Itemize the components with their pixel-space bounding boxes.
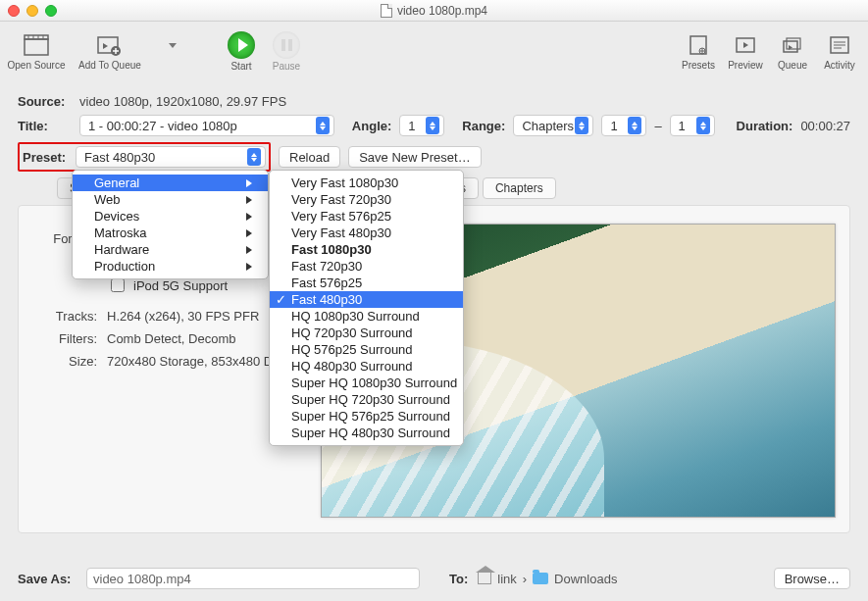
save-row: Save As: video 1080p.mp4 To: link › Down… [18, 568, 850, 589]
menu-item-label: HQ 480p30 Surround [291, 359, 413, 374]
preset-category-menu[interactable]: GeneralWebDevicesMatroskaHardwareProduct… [72, 170, 269, 279]
menu-item[interactable]: Very Fast 576p25 [270, 208, 463, 225]
submenu-arrow-icon [246, 196, 252, 204]
menu-item[interactable]: Very Fast 1080p30 [270, 175, 463, 191]
document-icon [381, 4, 392, 18]
window-titlebar: video 1080p.mp4 [0, 0, 868, 22]
menu-item[interactable]: Fast 720p30 [270, 258, 463, 275]
menu-item[interactable]: Very Fast 480p30 [270, 225, 463, 241]
menu-item-devices[interactable]: Devices [73, 208, 268, 225]
add-to-queue-button[interactable]: Add To Queue [69, 24, 151, 78]
menu-item-general[interactable]: General [73, 175, 268, 191]
menu-item-label: Very Fast 480p30 [291, 225, 391, 240]
preview-button[interactable]: Preview [723, 24, 768, 78]
browse-button[interactable]: Browse… [774, 568, 850, 589]
menu-item[interactable]: HQ 1080p30 Surround [270, 308, 463, 325]
menu-item[interactable]: Super HQ 720p30 Surround [270, 391, 463, 408]
menu-item-label: Fast 720p30 [291, 259, 362, 274]
range-type-value: Chapters [522, 119, 574, 133]
open-source-icon [22, 32, 51, 58]
menu-item-label: Super HQ 1080p30 Surround [291, 376, 457, 390]
updown-icon [575, 117, 588, 134]
title-select[interactable]: 1 - 00:00:27 - video 1080p [79, 115, 334, 136]
submenu-arrow-icon [246, 246, 252, 254]
menu-item-label: Very Fast 1080p30 [291, 175, 398, 190]
queue-icon [778, 32, 807, 58]
menu-item[interactable]: Very Fast 720p30 [270, 191, 463, 208]
activity-button[interactable]: Activity [817, 24, 862, 78]
start-label: Start [230, 61, 251, 72]
window-title: video 1080p.mp4 [0, 4, 868, 18]
menu-item-label: Fast 480p30 [291, 292, 362, 307]
title-select-value: 1 - 00:00:27 - video 1080p [88, 119, 237, 133]
reload-preset-button[interactable]: Reload [279, 146, 340, 168]
menu-item[interactable]: ✓Fast 480p30 [270, 291, 463, 308]
main-toolbar: Open Source Add To Queue Start Pause Pre… [0, 22, 868, 80]
updown-icon [247, 148, 261, 166]
menu-item-production[interactable]: Production [73, 258, 268, 275]
menu-item[interactable]: Fast 576p25 [270, 275, 463, 291]
preview-label: Preview [728, 60, 763, 71]
title-row: Title: 1 - 00:00:27 - video 1080p Angle:… [18, 115, 850, 136]
filters-value: Comb Detect, Decomb [107, 331, 236, 346]
ipod-checkbox[interactable] [111, 278, 125, 292]
open-source-label: Open Source [8, 60, 66, 71]
pause-label: Pause [273, 61, 300, 72]
check-icon: ✓ [276, 292, 286, 307]
svg-rect-0 [25, 39, 48, 55]
updown-icon [696, 117, 710, 134]
add-to-queue-label: Add To Queue [78, 60, 141, 71]
angle-select[interactable]: 1 [399, 115, 444, 136]
tracks-value: H.264 (x264), 30 FPS PFR [107, 309, 259, 324]
menu-item[interactable]: Fast 1080p30 [270, 241, 463, 258]
size-label: Size: [36, 354, 97, 369]
menu-item-label: HQ 1080p30 Surround [291, 309, 420, 324]
menu-item-hardware[interactable]: Hardware [73, 241, 268, 258]
save-new-preset-button[interactable]: Save New Preset… [348, 146, 481, 168]
menu-item[interactable]: Super HQ 480p30 Surround [270, 425, 463, 441]
folder-icon [533, 573, 548, 584]
open-source-button[interactable]: Open Source [6, 24, 67, 78]
updown-icon [316, 117, 330, 134]
menu-item-matroska[interactable]: Matroska [73, 225, 268, 241]
home-icon [478, 573, 491, 584]
preset-general-submenu[interactable]: Very Fast 1080p30Very Fast 720p30Very Fa… [269, 170, 464, 446]
queue-label: Queue [778, 60, 807, 71]
menu-item[interactable]: Super HQ 576p25 Surround [270, 408, 463, 425]
preset-select[interactable]: Fast 480p30 [76, 146, 266, 168]
menu-item-web[interactable]: Web [73, 191, 268, 208]
pause-icon [273, 31, 300, 59]
svg-marker-16 [743, 42, 748, 48]
tab-chapters[interactable]: Chapters [483, 177, 556, 199]
queue-button[interactable]: Queue [770, 24, 815, 78]
angle-label: Angle: [352, 119, 391, 133]
pause-button: Pause [265, 24, 308, 78]
duration-label: Duration: [737, 119, 793, 133]
menu-item[interactable]: HQ 720p30 Surround [270, 325, 463, 341]
add-to-queue-menu-button[interactable] [169, 43, 177, 48]
source-label: Source: [18, 94, 72, 109]
start-button[interactable]: Start [220, 24, 263, 78]
activity-label: Activity [824, 60, 855, 71]
menu-item[interactable]: HQ 576p25 Surround [270, 341, 463, 358]
duration-value: 00:00:27 [800, 119, 850, 133]
menu-item-label: Fast 576p25 [291, 275, 362, 290]
menu-item[interactable]: HQ 480p30 Surround [270, 358, 463, 375]
range-type-select[interactable]: Chapters [513, 115, 593, 136]
updown-icon [628, 117, 641, 134]
menu-item-label: HQ 576p25 Surround [291, 342, 413, 357]
preset-value: Fast 480p30 [84, 150, 155, 165]
save-as-input[interactable]: video 1080p.mp4 [86, 568, 420, 589]
range-from-select[interactable]: 1 [601, 115, 646, 136]
presets-button[interactable]: Presets [676, 24, 721, 78]
range-to-select[interactable]: 1 [670, 115, 715, 136]
range-dash: – [654, 119, 661, 133]
submenu-arrow-icon [246, 179, 252, 187]
source-value: video 1080p, 1920x1080, 29.97 FPS [79, 94, 286, 109]
menu-item[interactable]: Super HQ 1080p30 Surround [270, 375, 463, 391]
submenu-arrow-icon [246, 229, 252, 237]
title-label: Title: [18, 119, 72, 133]
range-label: Range: [462, 119, 505, 133]
destination-breadcrumb[interactable]: link › Downloads [478, 572, 617, 586]
save-as-label: Save As: [18, 572, 77, 586]
